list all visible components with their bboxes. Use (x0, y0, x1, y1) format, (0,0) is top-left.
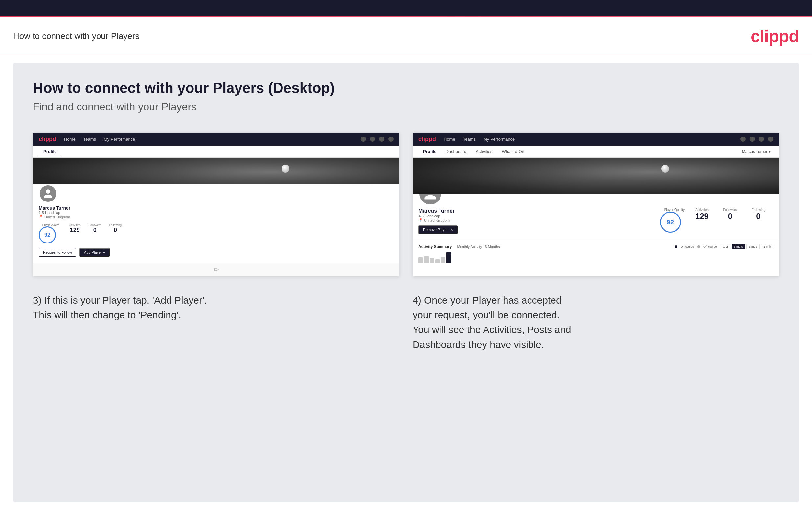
left-profile-section: Marcus Turner 1-5 Handicap 📍 United King… (33, 184, 399, 263)
left-actions: Request to Follow Add Player + (39, 248, 394, 257)
left-tab-profile[interactable]: Profile (39, 146, 61, 157)
request-follow-button[interactable]: Request to Follow (39, 248, 76, 257)
legend-on-course-dot (675, 245, 677, 248)
filter-6mths[interactable]: 6 mths (731, 244, 745, 249)
header-logo: clippd (751, 26, 799, 46)
right-player-info: Marcus Turner 1-5 Handicap 📍 United King… (418, 208, 653, 234)
left-mock-logo: clippd (39, 136, 56, 143)
right-quality-num: 92 (667, 219, 674, 226)
right-globe-icon[interactable] (768, 136, 773, 142)
left-mock-tabs: Profile (33, 146, 399, 158)
left-stat-following-value: 0 (109, 227, 121, 234)
left-divider-area: ✏ (33, 263, 399, 276)
left-search-icon[interactable] (361, 136, 366, 142)
left-stat-following-label: Following (109, 223, 121, 227)
left-nav-teams[interactable]: Teams (84, 137, 96, 142)
left-stats-row: Player Quality 92 Activities 129 Followe… (39, 223, 394, 243)
main-subheading: Find and connect with your Players (33, 101, 779, 113)
left-nav-performance[interactable]: My Performance (104, 137, 135, 142)
remove-player-button[interactable]: Remove Player ✕ (418, 225, 458, 234)
top-bar (0, 0, 812, 16)
left-avatar-icon (43, 188, 53, 199)
right-tabs-left: Profile Dashboard Activities What To On (418, 146, 529, 157)
chart-bar-3 (429, 258, 434, 263)
right-tab-dashboard[interactable]: Dashboard (441, 146, 471, 157)
left-globe-icon[interactable] (388, 136, 394, 142)
right-tab-profile[interactable]: Profile (418, 146, 441, 157)
right-player-name: Marcus Turner (418, 208, 653, 214)
legend-on-course-label: On course (680, 245, 695, 248)
right-nav-teams[interactable]: Teams (463, 137, 476, 142)
main-content: How to connect with your Players (Deskto… (13, 63, 799, 502)
right-nav-home[interactable]: Home (444, 137, 455, 142)
left-location: 📍 United Kingdom (39, 215, 394, 219)
right-location: 📍 United Kingdom (418, 218, 653, 222)
right-stat-following-value: 0 (752, 212, 765, 221)
left-stat-activities-label: Activities (69, 223, 81, 227)
left-stat-activities-value: 129 (69, 227, 81, 234)
right-quality-group: Player Quality 92 (660, 208, 689, 233)
time-filters: 1 yr 6 mths 3 mths 1 mth (721, 244, 773, 249)
right-dropdown-label: Marcus Turner (742, 149, 767, 154)
add-player-icon: + (103, 250, 105, 254)
right-dropdown-chevron: ▾ (769, 149, 771, 154)
right-stat-activities: Activities 129 (695, 208, 709, 221)
left-player-name: Marcus Turner (39, 206, 394, 211)
right-quality-label: Player Quality (664, 208, 684, 212)
left-stat-followers-label: Followers (89, 223, 101, 227)
header: How to connect with your Players clippd (0, 17, 812, 53)
right-handicap: 1-5 Handicap (418, 214, 653, 218)
left-quality-circle: 92 (39, 226, 56, 243)
legend-off-course-dot (697, 245, 700, 248)
right-user-dropdown[interactable]: Marcus Turner ▾ (740, 146, 773, 157)
right-quality-circle: 92 (660, 212, 681, 233)
right-tab-what-to-on[interactable]: What To On (497, 146, 528, 157)
right-mock-logo: clippd (418, 136, 436, 143)
left-mock-navbar: clippd Home Teams My Performance (33, 132, 399, 146)
main-heading: How to connect with your Players (Deskto… (33, 80, 779, 96)
left-stat-followers: Followers 0 (89, 223, 101, 234)
right-pin-icon: 📍 (418, 218, 423, 222)
filter-3mths[interactable]: 3 mths (746, 244, 760, 249)
filter-1mth[interactable]: 1 mth (761, 244, 773, 249)
right-screenshot-panel: clippd Home Teams My Performance Profile… (413, 132, 779, 276)
add-player-label: Add Player (84, 250, 102, 254)
right-actions: Remove Player ✕ (418, 225, 653, 234)
right-settings-icon[interactable] (759, 136, 764, 142)
lower-section: 3) If this is your Player tap, 'Add Play… (33, 293, 779, 352)
activity-chart (418, 252, 773, 263)
page-title: How to connect with your Players (13, 31, 139, 41)
right-nav-performance[interactable]: My Performance (484, 137, 515, 142)
activity-legend: On course Off course (675, 245, 717, 248)
right-caption-text: 4) Once your Player has acceptedyour req… (413, 295, 571, 350)
left-location-text: United Kingdom (44, 215, 70, 219)
pin-icon: 📍 (39, 215, 43, 219)
left-stat-followers-value: 0 (89, 227, 101, 234)
right-stat-following: Following 0 (752, 208, 765, 221)
chart-bar-2 (424, 256, 429, 263)
right-tab-activities[interactable]: Activities (471, 146, 497, 157)
right-stat-followers-label: Followers (723, 208, 737, 212)
left-settings-icon[interactable] (379, 136, 384, 142)
right-search-icon[interactable] (741, 136, 746, 142)
remove-x-icon: ✕ (450, 228, 453, 232)
chart-bar-6 (446, 252, 451, 263)
legend-off-course-label: Off course (703, 245, 717, 248)
left-stat-following: Following 0 (109, 223, 121, 234)
activity-title: Activity Summary (418, 244, 452, 249)
left-nav-icons (361, 136, 394, 142)
remove-player-label: Remove Player (423, 228, 448, 232)
right-location-text: United Kingdom (424, 218, 450, 222)
left-nav-home[interactable]: Home (64, 137, 75, 142)
activity-summary-header: Activity Summary Monthly Activity · 6 Mo… (418, 244, 773, 249)
activity-header-left: Activity Summary Monthly Activity · 6 Mo… (418, 244, 500, 249)
right-user-icon[interactable] (750, 136, 755, 142)
left-avatar (39, 184, 57, 203)
right-nav-icons (741, 136, 773, 142)
right-stat-followers: Followers 0 (723, 208, 737, 221)
add-player-button[interactable]: Add Player + (80, 248, 110, 257)
left-user-icon[interactable] (370, 136, 375, 142)
right-stat-followers-value: 0 (723, 212, 737, 221)
filter-1yr[interactable]: 1 yr (721, 244, 730, 249)
activity-header-right: On course Off course 1 yr 6 mths 3 mths … (675, 244, 773, 249)
